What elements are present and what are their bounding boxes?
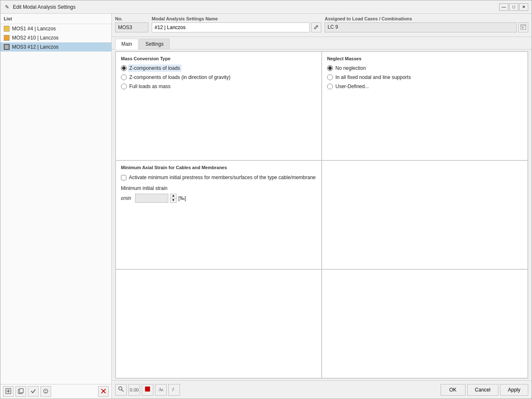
emin-input[interactable]	[135, 194, 168, 203]
neglect-masses-options: No neglection In all fixed nodal and lin…	[327, 65, 522, 89]
no-label: No.	[115, 16, 148, 21]
radio-full-loads[interactable]	[121, 84, 127, 89]
sidebar-item-mos2[interactable]: MOS2 #10 | Lanczos	[0, 33, 111, 42]
emin-label: εmin	[121, 195, 133, 201]
svg-rect-13	[522, 27, 523, 28]
svg-rect-4	[20, 389, 23, 393]
number-icon: 0.00	[130, 387, 138, 392]
radio-no-neglect[interactable]	[327, 65, 333, 71]
svg-line-10	[317, 26, 318, 27]
spin-up-button[interactable]: ▲	[170, 194, 176, 198]
tabs-bar: Main Settings	[112, 37, 532, 49]
radio-user-defined[interactable]	[327, 84, 333, 89]
min-initial-strain-label: Minimum initial strain	[121, 185, 316, 191]
neglect-masses-panel: Neglect Masses No neglection In all fixe…	[322, 52, 528, 160]
empty-panel-r3c2	[322, 269, 528, 378]
sidebar-header: List	[0, 14, 111, 24]
close-button[interactable]: ✕	[519, 3, 528, 11]
name-edit-button[interactable]	[311, 22, 321, 32]
option-z-gravity[interactable]: Z-components of loads (in direction of g…	[121, 74, 316, 80]
main-content: List MOS1 #4 | Lanczos MOS2 #10 | Lanczo…	[0, 14, 532, 399]
tab-settings[interactable]: Settings	[139, 39, 170, 49]
mos3-label: MOS3 #12 | Lanczos	[12, 44, 59, 50]
title-bar: ✎ Edit Modal Analysis Settings — □ ✕	[0, 0, 532, 14]
svg-line-15	[122, 390, 124, 392]
mass-conversion-panel: Mass Conversion Type Z-components of loa…	[116, 52, 322, 160]
number-button[interactable]: 0.00	[128, 384, 140, 396]
empty-panel-r2c2	[322, 160, 528, 269]
z-loads-label: Z-components of loads	[128, 64, 182, 72]
z-gravity-label: Z-components of loads (in direction of g…	[129, 74, 230, 80]
window-controls: — □ ✕	[499, 3, 528, 11]
option-fixed-nodal[interactable]: In all fixed nodal and line supports	[327, 74, 522, 80]
check-button[interactable]	[28, 386, 39, 397]
right-panel: No. MOS3 Modal Analysis Settings Name	[112, 14, 532, 399]
activate-checkbox[interactable]	[121, 175, 126, 180]
option-no-neglect[interactable]: No neglection	[327, 65, 522, 71]
lc-label: Assigned to Load Cases / Combinations	[325, 16, 528, 21]
content-area: Mass Conversion Type Z-components of loa…	[115, 51, 528, 379]
sidebar-list: MOS1 #4 | Lanczos MOS2 #10 | Lanczos MOS…	[0, 24, 111, 384]
sidebar-item-mos3[interactable]: MOS3 #12 | Lanczos	[0, 42, 111, 52]
full-loads-label: Full loads as mass	[129, 84, 170, 89]
no-section: No. MOS3	[115, 16, 148, 34]
mass-conversion-options: Z-components of loads Z-components of lo…	[121, 65, 316, 89]
copy-icon	[18, 388, 24, 395]
maximize-button[interactable]: □	[509, 3, 518, 11]
copy-button[interactable]	[15, 386, 26, 397]
radio-z-gravity[interactable]	[121, 74, 127, 80]
main-window: ✎ Edit Modal Analysis Settings — □ ✕ Lis…	[0, 0, 532, 399]
misc-button[interactable]	[40, 386, 51, 397]
add-icon	[5, 388, 11, 395]
misc2-button[interactable]: ƒ	[168, 384, 180, 396]
apply-button[interactable]: Apply	[500, 384, 528, 396]
radio-fixed-nodal[interactable]	[327, 74, 333, 80]
edit-icon	[313, 24, 319, 31]
mass-conversion-title: Mass Conversion Type	[121, 56, 316, 61]
format-button[interactable]: AA	[155, 384, 167, 396]
tab-main[interactable]: Main	[115, 39, 138, 49]
radio-z-loads[interactable]	[121, 65, 127, 71]
svg-text:A: A	[161, 388, 164, 392]
ok-button[interactable]: OK	[441, 384, 466, 396]
bottom-bar: 0.00 AA ƒ OK	[112, 380, 532, 399]
min-axial-strain-title: Minimum Axial Strain for Cables and Memb…	[121, 165, 316, 170]
color-icon	[145, 386, 150, 393]
option-full-loads[interactable]: Full loads as mass	[121, 84, 316, 89]
delete-button[interactable]	[98, 386, 109, 397]
delete-icon	[101, 388, 106, 395]
option-user-defined[interactable]: User-Defined...	[327, 84, 522, 89]
sidebar-item-mos1[interactable]: MOS1 #4 | Lanczos	[0, 24, 111, 33]
sidebar-footer	[0, 384, 111, 399]
emin-spinner: ▲ ▼	[170, 194, 177, 203]
lc-edit-icon	[520, 24, 526, 31]
mos1-color-box	[4, 26, 10, 32]
formula-icon: ƒ	[171, 386, 177, 393]
svg-point-7	[45, 392, 46, 393]
option-z-loads[interactable]: Z-components of loads	[121, 65, 316, 71]
cancel-button[interactable]: Cancel	[467, 384, 498, 396]
name-section: Modal Analysis Settings Name	[152, 16, 321, 34]
window-icon: ✎	[4, 4, 10, 10]
mos2-label: MOS2 #10 | Lanczos	[12, 35, 59, 41]
misc-icon	[43, 388, 49, 395]
minimize-button[interactable]: —	[499, 3, 508, 11]
lc-edit-button[interactable]	[518, 22, 528, 32]
window-title: Edit Modal Analysis Settings	[13, 4, 499, 10]
lc-section: Assigned to Load Cases / Combinations LC…	[325, 16, 528, 34]
svg-rect-16	[145, 387, 150, 392]
format-icon: AA	[158, 386, 164, 393]
mos2-color-box	[4, 35, 10, 41]
mos3-color-box	[4, 44, 10, 50]
neglect-masses-title: Neglect Masses	[327, 56, 522, 61]
info-bar: No. MOS3 Modal Analysis Settings Name	[112, 14, 532, 37]
name-input[interactable]	[152, 22, 310, 32]
color-button[interactable]	[142, 384, 153, 396]
add-button[interactable]	[3, 386, 14, 397]
search-button[interactable]	[115, 384, 127, 396]
spin-down-button[interactable]: ▼	[170, 198, 176, 202]
no-value: MOS3	[115, 22, 148, 32]
name-label: Modal Analysis Settings Name	[152, 16, 321, 21]
min-axial-strain-panel: Minimum Axial Strain for Cables and Memb…	[116, 160, 322, 269]
activate-label: Activate minimum initial prestress for m…	[129, 174, 316, 181]
